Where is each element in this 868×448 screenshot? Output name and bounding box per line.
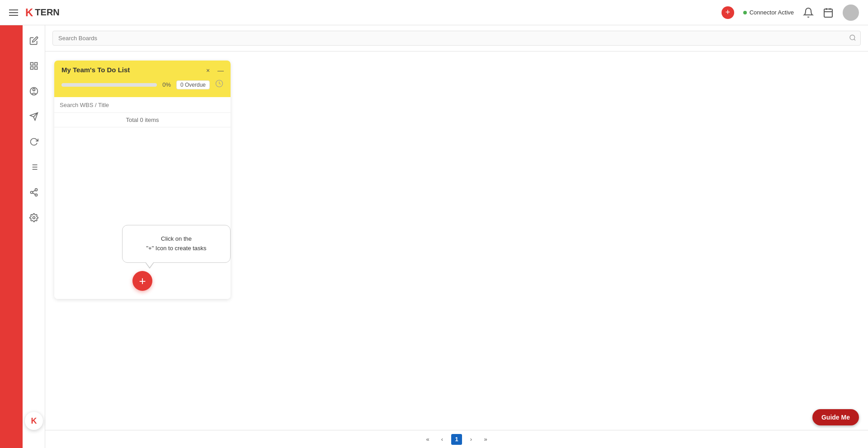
send-icon: [29, 112, 38, 121]
pagination-next-button[interactable]: ›: [466, 434, 476, 445]
pagination-last-button[interactable]: »: [480, 434, 491, 445]
svg-line-22: [33, 190, 35, 191]
board-area: My Team's To Do List × — 0% 0 Overdue: [45, 51, 868, 430]
app-logo: K TERN: [25, 6, 60, 19]
user-avatar[interactable]: [843, 5, 859, 21]
search-bar-container: [45, 25, 868, 51]
svg-point-24: [850, 35, 855, 40]
header-right: + Connector Active: [722, 5, 859, 21]
pagination-first-button[interactable]: «: [422, 434, 433, 445]
content-area: My Team's To Do List × — 0% 0 Overdue: [45, 25, 868, 448]
svg-point-9: [33, 89, 35, 91]
logo-tern: TERN: [35, 7, 59, 18]
board-close-button[interactable]: ×: [203, 66, 212, 75]
sidebar-item-share[interactable]: [26, 184, 42, 201]
sidebar-item-edit[interactable]: [26, 33, 42, 49]
progress-percentage: 0%: [162, 81, 171, 88]
pagination-current-page: 1: [451, 434, 462, 445]
board-wbs-search-row: [54, 97, 231, 113]
connector-dot-icon: [743, 11, 747, 14]
overdue-badge: 0 Overdue: [176, 80, 210, 89]
search-input[interactable]: [52, 31, 861, 46]
add-task-plus-icon: +: [139, 275, 146, 287]
nav-sidebar: [23, 25, 45, 448]
sidebar-color-bar: [0, 25, 23, 448]
app-header: K TERN + Connector Active: [0, 0, 868, 25]
calendar-button[interactable]: [823, 7, 834, 18]
calendar-icon: [823, 7, 834, 18]
pagination-prev-button[interactable]: ‹: [437, 434, 448, 445]
edit-icon: [29, 36, 38, 45]
list-icon: [29, 163, 38, 172]
tooltip-line2: "+" Icon to create tasks: [146, 245, 206, 252]
board-card: My Team's To Do List × — 0% 0 Overdue: [54, 61, 231, 299]
sidebar-item-grid[interactable]: [26, 58, 42, 74]
hamburger-menu[interactable]: [9, 9, 18, 16]
svg-rect-7: [30, 67, 33, 70]
svg-rect-5: [34, 63, 37, 65]
sidebar-item-user[interactable]: [26, 83, 42, 99]
svg-line-21: [33, 193, 35, 194]
share-icon: [29, 188, 38, 197]
svg-line-25: [854, 39, 855, 40]
svg-rect-0: [824, 9, 832, 17]
board-minimize-button[interactable]: —: [216, 66, 225, 75]
guide-me-button[interactable]: Guide Me: [812, 409, 859, 425]
svg-rect-4: [30, 63, 33, 65]
add-task-button[interactable]: +: [132, 271, 152, 291]
svg-point-19: [30, 191, 33, 194]
board-card-body: Total 0 items: [54, 97, 231, 299]
total-items-label: Total 0 items: [126, 117, 159, 123]
progress-bar-background: [61, 83, 157, 87]
plus-icon: +: [725, 8, 730, 17]
board-card-header: My Team's To Do List × — 0% 0 Overdue: [54, 61, 231, 97]
ktern-watermark[interactable]: K: [25, 412, 43, 430]
sidebar-item-refresh[interactable]: [26, 134, 42, 150]
bell-icon: [803, 7, 814, 18]
header-left: K TERN: [9, 6, 60, 19]
board-card-controls: × —: [203, 66, 225, 75]
refresh-icon: [29, 137, 38, 146]
sidebar-item-settings[interactable]: [26, 210, 42, 226]
connector-label: Connector Active: [750, 9, 794, 16]
svg-point-18: [35, 189, 37, 191]
bottom-bar: « ‹ 1 › »: [45, 430, 868, 448]
board-progress-row: 0% 0 Overdue: [61, 79, 223, 90]
tooltip-bubble: Click on the "+" Icon to create tasks: [122, 225, 231, 263]
logo-k: K: [25, 6, 33, 19]
settings-icon: [29, 213, 38, 222]
global-add-button[interactable]: +: [722, 6, 734, 19]
notification-button[interactable]: [803, 7, 814, 18]
clock-icon: [215, 79, 223, 90]
connector-status: Connector Active: [743, 9, 794, 16]
tooltip-line1: Click on the: [161, 235, 192, 242]
search-icon: [849, 34, 856, 42]
user-circle-icon: [29, 87, 38, 96]
grid-icon: [29, 61, 38, 70]
sidebar-item-send[interactable]: [26, 108, 42, 125]
board-total-row: Total 0 items: [54, 113, 231, 127]
sidebar-item-list[interactable]: [26, 159, 42, 175]
svg-rect-6: [34, 67, 37, 70]
board-title: My Team's To Do List: [61, 66, 130, 74]
wbs-search-input[interactable]: [60, 102, 225, 108]
search-bar-wrapper: [52, 31, 861, 46]
svg-point-20: [35, 194, 37, 196]
svg-point-23: [33, 217, 35, 219]
main-layout: My Team's To Do List × — 0% 0 Overdue: [0, 25, 868, 448]
